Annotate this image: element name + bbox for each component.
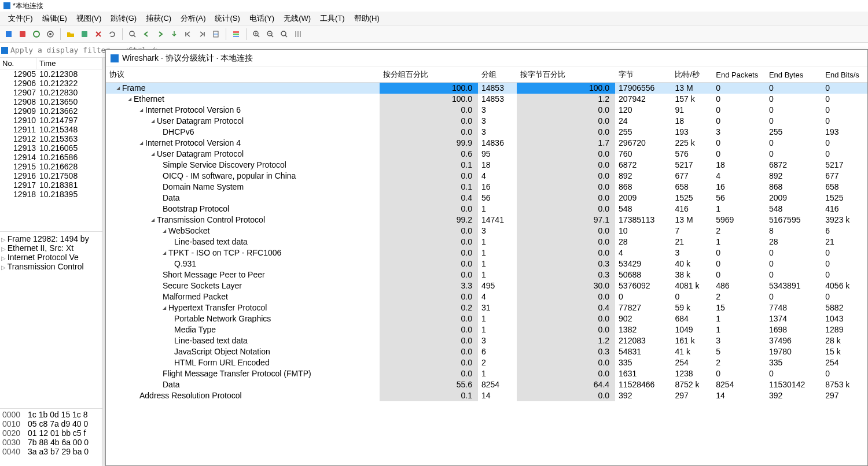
packet-details-panel[interactable]: Frame 12982: 1494 byEthernet II, Src: Xt… (0, 231, 102, 408)
protocol-row[interactable]: WebSocket0.030.0107286 (106, 225, 867, 236)
column-header-time[interactable]: Time (37, 58, 102, 69)
detail-line[interactable]: Frame 12982: 1494 by (1, 234, 101, 243)
zoom-reset-icon[interactable] (278, 28, 290, 40)
svg-rect-1 (20, 31, 25, 37)
save-file-icon[interactable] (78, 28, 91, 40)
column-header[interactable]: 分组 (478, 67, 517, 83)
find-packet-icon[interactable] (126, 28, 139, 40)
packet-row[interactable]: 1291210.215363 (0, 134, 102, 143)
packet-row[interactable]: 1290810.213650 (0, 97, 102, 106)
protocol-row[interactable]: Transmission Control Protocol99.21474197… (106, 214, 867, 225)
column-header[interactable]: End Bytes (766, 67, 822, 83)
protocol-row[interactable]: Media Type0.010.013821049116981289 (106, 324, 867, 335)
protocol-row[interactable]: Simple Service Discovery Protocol0.1180.… (106, 160, 867, 171)
protocol-row[interactable]: Internet Protocol Version 60.030.0120910… (106, 105, 867, 116)
menu-item[interactable]: 电话(Y) (245, 12, 279, 25)
dialog-title: Wireshark · 协议分级统计 · 本地连接 (122, 53, 253, 64)
protocol-row[interactable]: Portable Network Graphics0.010.090268411… (106, 313, 867, 324)
packet-bytes-panel[interactable]: 00001c 1b 0d 15 1c 8001005 c8 7a d9 40 0… (0, 408, 102, 466)
go-last-icon[interactable] (196, 28, 208, 40)
protocol-hierarchy-table[interactable]: 协议按分组百分比分组按字节百分比字节比特/秒End PacketsEnd Byt… (106, 67, 867, 401)
colorize-icon[interactable] (230, 28, 242, 40)
go-first-icon[interactable] (182, 28, 194, 40)
protocol-row[interactable]: Data0.4560.0200915255620091525 (106, 193, 867, 204)
column-header[interactable]: 字节 (615, 67, 671, 83)
resize-columns-icon[interactable] (292, 28, 304, 40)
protocol-row[interactable]: User Datagram Protocol0.030.02418000 (106, 116, 867, 127)
protocol-row[interactable]: HTML Form URL Encoded0.020.0335254233525… (106, 357, 867, 368)
protocol-row[interactable]: Line-based text data0.031.2212083161 k33… (106, 335, 867, 346)
column-header[interactable]: 按字节百分比 (517, 67, 615, 83)
close-file-icon[interactable] (92, 28, 105, 40)
protocol-row[interactable]: Bootstrap Protocol0.010.05484161548416 (106, 204, 867, 214)
hex-row[interactable]: 00001c 1b 0d 15 1c 8 (2, 410, 100, 419)
menu-item[interactable]: 视图(V) (72, 12, 106, 25)
zoom-out-icon[interactable] (264, 28, 277, 40)
packet-row[interactable]: 1291810.218395 (0, 190, 102, 199)
zoom-in-icon[interactable] (250, 28, 263, 40)
go-to-packet-icon[interactable] (168, 28, 181, 40)
column-header[interactable]: 按分组百分比 (380, 67, 478, 83)
go-back-icon[interactable] (140, 28, 153, 40)
protocol-row[interactable]: Hypertext Transfer Protocol0.2310.477827… (106, 302, 867, 313)
packet-row[interactable]: 1291410.216586 (0, 153, 102, 162)
packet-row[interactable]: 1290610.212322 (0, 79, 102, 88)
protocol-row[interactable]: Domain Name System0.1160.086865816868658 (106, 182, 867, 193)
detail-line[interactable]: Internet Protocol Ve (1, 253, 101, 262)
protocol-row[interactable]: Data55.6825464.4115284668752 k8254115301… (106, 379, 867, 390)
reload-icon[interactable] (106, 28, 119, 40)
packet-row[interactable]: 1291510.216628 (0, 162, 102, 171)
menu-item[interactable]: 工具(T) (315, 12, 350, 25)
detail-line[interactable]: Transmission Control (1, 262, 101, 271)
menu-item[interactable]: 编辑(E) (38, 12, 72, 25)
protocol-row[interactable]: JavaScript Object Notation0.060.35483141… (106, 346, 867, 357)
detail-line[interactable]: Ethernet II, Src: Xt (1, 243, 101, 253)
menu-item[interactable]: 文件(F) (3, 12, 38, 25)
packet-row[interactable]: 1291710.218381 (0, 180, 102, 190)
column-header[interactable]: End Packets (712, 67, 766, 83)
menu-item[interactable]: 分析(A) (176, 12, 210, 25)
stop-capture-icon[interactable] (16, 28, 29, 40)
hex-row[interactable]: 00307b 88 4b 6a 00 0 (2, 438, 100, 447)
filter-bookmark-icon[interactable] (1, 47, 8, 54)
column-header[interactable]: End Bits/s (822, 67, 867, 83)
protocol-row[interactable]: Q.9310.010.35342940 k000 (106, 258, 867, 269)
packet-row[interactable]: 1291110.215348 (0, 125, 102, 134)
protocol-row[interactable]: Internet Protocol Version 499.9148361.72… (106, 138, 867, 149)
menu-item[interactable]: 帮助(H) (350, 12, 384, 25)
packet-row[interactable]: 1290910.213662 (0, 106, 102, 116)
packet-row[interactable]: 1291010.214797 (0, 116, 102, 125)
protocol-row[interactable]: Ethernet100.0148531.2207942157 k000 (106, 94, 867, 105)
protocol-row[interactable]: Short Message Peer to Peer0.010.35068838… (106, 269, 867, 280)
protocol-row[interactable]: TPKT - ISO on TCP - RFC10060.010.043000 (106, 247, 867, 258)
packet-row[interactable]: 1291610.217508 (0, 171, 102, 180)
column-header-no[interactable]: No. (0, 58, 37, 69)
packet-row[interactable]: 1291310.216065 (0, 143, 102, 153)
restart-capture-icon[interactable] (30, 28, 43, 40)
go-forward-icon[interactable] (154, 28, 167, 40)
protocol-row[interactable]: OICQ - IM software, popular in China0.04… (106, 171, 867, 182)
menu-item[interactable]: 捕获(C) (141, 12, 176, 25)
protocol-row[interactable]: User Datagram Protocol0.6950.0760576000 (106, 149, 867, 160)
packet-row[interactable]: 1290510.212308 (0, 69, 102, 79)
column-header[interactable]: 协议 (106, 67, 380, 83)
open-file-icon[interactable] (64, 28, 77, 40)
protocol-row[interactable]: DHCPv60.030.02551933255193 (106, 127, 867, 138)
protocol-row[interactable]: Address Resolution Protocol0.1140.039229… (106, 390, 867, 401)
protocol-row[interactable]: Secure Sockets Layer3.349530.05376092408… (106, 280, 867, 291)
protocol-row[interactable]: Line-based text data0.010.0282112821 (106, 236, 867, 247)
column-header[interactable]: 比特/秒 (671, 67, 712, 83)
capture-options-icon[interactable] (44, 28, 57, 40)
packet-row[interactable]: 1290710.212830 (0, 88, 102, 97)
menu-item[interactable]: 统计(S) (210, 12, 244, 25)
protocol-row[interactable]: Flight Message Transfer Protocol (FMTP)0… (106, 368, 867, 379)
auto-scroll-icon[interactable] (209, 28, 222, 40)
hex-row[interactable]: 00403a a3 b7 29 ba 0 (2, 447, 100, 456)
start-capture-icon[interactable] (2, 28, 15, 40)
hex-row[interactable]: 002001 12 01 bb c5 f (2, 428, 100, 438)
protocol-row[interactable]: Frame100.014853100.01790655613 M000 (106, 83, 867, 94)
menu-item[interactable]: 无线(W) (279, 12, 315, 25)
protocol-row[interactable]: Malformed Packet0.040.000200 (106, 291, 867, 302)
menu-item[interactable]: 跳转(G) (106, 12, 141, 25)
hex-row[interactable]: 001005 c8 7a d9 40 0 (2, 419, 100, 428)
